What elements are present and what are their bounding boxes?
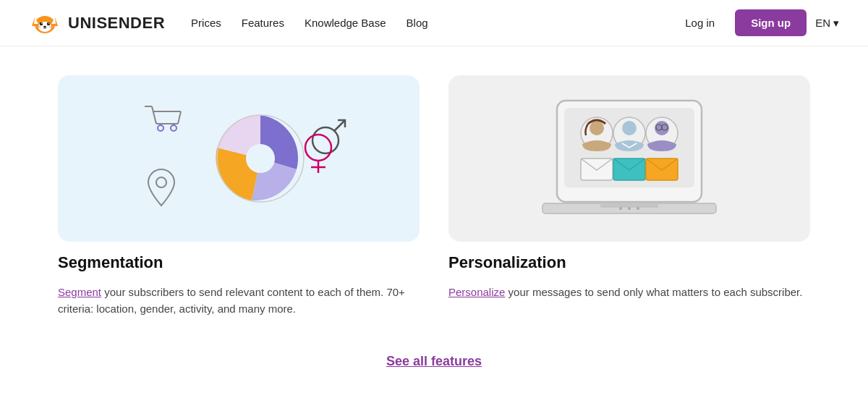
header-right: Log in Sign up EN ▾ — [673, 9, 839, 36]
svg-point-13 — [49, 25, 53, 28]
svg-point-9 — [41, 22, 42, 23]
logo-text: UNISENDER — [68, 14, 165, 33]
nav-features[interactable]: Features — [242, 17, 284, 29]
svg-point-34 — [622, 121, 637, 135]
see-all-features-link[interactable]: See all features — [386, 354, 482, 368]
svg-line-18 — [178, 111, 181, 124]
personalize-link[interactable]: Personalize — [448, 286, 505, 298]
segmentation-svg — [109, 86, 369, 231]
svg-point-47 — [637, 207, 639, 210]
svg-point-46 — [628, 207, 631, 210]
svg-point-32 — [590, 121, 604, 135]
svg-point-19 — [158, 125, 163, 131]
svg-point-23 — [156, 177, 166, 187]
personalization-card: Personalization Personalize your message… — [448, 75, 810, 318]
features-grid: Segmentation Segment your subscribers to… — [58, 75, 810, 318]
svg-point-21 — [246, 144, 275, 173]
login-button[interactable]: Log in — [673, 11, 726, 35]
nav-blog[interactable]: Blog — [407, 17, 428, 29]
logo-link[interactable]: UNISENDER — [29, 7, 165, 39]
lang-label: EN — [815, 17, 830, 29]
svg-point-7 — [40, 22, 43, 25]
chevron-down-icon: ▾ — [833, 17, 839, 30]
header-left: UNISENDER Prices Features Knowledge Base… — [29, 7, 428, 39]
svg-line-25 — [334, 120, 345, 131]
svg-point-10 — [48, 22, 49, 23]
personalization-desc: Personalize your messages to send only w… — [448, 284, 810, 300]
main-content: Segmentation Segment your subscribers to… — [0, 46, 868, 406]
segmentation-title: Segmentation — [58, 253, 420, 272]
personalization-image — [448, 75, 810, 242]
signup-button[interactable]: Sign up — [735, 9, 807, 36]
logo-icon — [29, 7, 61, 39]
personalization-title: Personalization — [448, 253, 810, 272]
svg-point-45 — [619, 207, 622, 210]
nav-prices[interactable]: Prices — [191, 17, 221, 29]
segmentation-image — [58, 75, 420, 242]
svg-point-20 — [171, 125, 176, 131]
see-all-section: See all features — [58, 354, 810, 369]
main-nav: Prices Features Knowledge Base Blog — [191, 17, 428, 29]
segmentation-card: Segmentation Segment your subscribers to… — [58, 75, 420, 318]
svg-point-11 — [43, 25, 46, 27]
site-header: UNISENDER Prices Features Knowledge Base… — [0, 0, 868, 46]
svg-point-12 — [38, 25, 41, 28]
svg-point-8 — [47, 22, 50, 25]
segment-link[interactable]: Segment — [58, 286, 101, 298]
personalization-desc-text: your messages to send only what matters … — [505, 286, 802, 298]
segmentation-desc-text: your subscribers to send relevant conten… — [58, 286, 405, 315]
segmentation-desc: Segment your subscribers to send relevan… — [58, 284, 420, 318]
svg-line-15 — [152, 106, 156, 124]
svg-point-26 — [305, 135, 331, 161]
personalization-svg — [499, 86, 760, 231]
language-selector[interactable]: EN ▾ — [815, 17, 839, 30]
nav-knowledge-base[interactable]: Knowledge Base — [305, 17, 386, 29]
